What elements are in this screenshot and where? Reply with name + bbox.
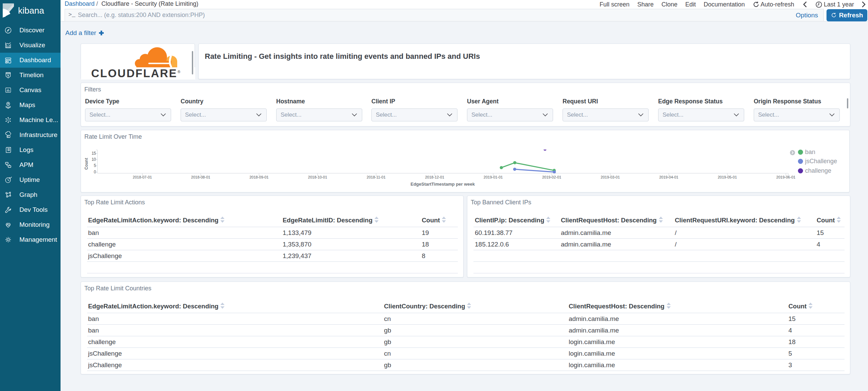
svg-text:CLOUDFLARE: CLOUDFLARE (91, 67, 177, 80)
svg-text:®: ® (178, 70, 180, 74)
